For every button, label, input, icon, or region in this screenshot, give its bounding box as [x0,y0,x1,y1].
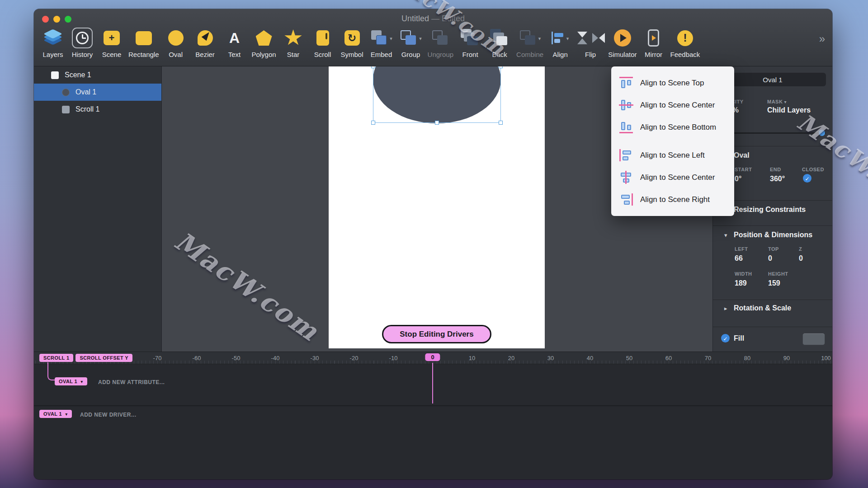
oval-driver-badge[interactable]: OVAL 1 [39,410,72,418]
tool-label: Group [401,51,420,58]
tool-align[interactable]: Align [547,26,573,58]
menu-item-align-scene-bottom[interactable]: Align to Scene Bottom [611,116,734,138]
fill-checkbox[interactable] [721,334,730,343]
align-bottom-icon [619,121,633,133]
oval-thumbnail-icon [62,89,70,96]
chevron-down-icon[interactable] [724,232,727,239]
ruler-tick: -30 [311,355,319,361]
selection-box [373,66,501,123]
layer-row-scene[interactable]: Scene 1 [34,66,161,84]
tool-label: Combine [516,51,543,58]
tool-mirror[interactable]: Mirror [641,26,666,58]
timeline-divider [34,405,832,406]
scroll-offset-badge[interactable]: SCROLL OFFSET Y [75,354,132,362]
tool-feedback[interactable]: Feedback [670,26,700,58]
left-label: LEFT [735,246,748,252]
align-top-icon [619,77,633,89]
mask-value[interactable]: Child Layers [767,106,811,114]
chevron-down-icon [783,99,787,104]
height-label: HEIGHT [768,271,788,277]
timeline-ruler[interactable]: -70-60-50-40-30-20-100102030405060708090… [34,352,832,364]
stop-editing-drivers-button[interactable]: Stop Editing Drivers [382,325,491,343]
tool-embed[interactable]: Embed [369,26,394,58]
add-new-attribute-button[interactable]: ADD NEW ATTRIBUTE... [98,379,165,385]
tool-oval[interactable]: Oval [163,26,189,58]
tool-label: Symbol [341,51,363,58]
position-dimensions-header[interactable]: Position & Dimensions [734,231,812,239]
tool-simulator[interactable]: Simulator [608,26,637,58]
menu-item-label: Align to Scene Left [640,151,705,160]
rotation-scale-header[interactable]: Rotation & Scale [734,304,791,312]
tool-back[interactable]: Back [487,26,512,58]
layer-row-oval[interactable]: Oval 1 [34,84,161,101]
width-value[interactable]: 189 [735,279,747,287]
layer-name-field[interactable]: Oval 1 [719,73,826,86]
playhead-badge[interactable]: 0 [425,353,440,361]
selection-handle[interactable] [371,66,375,68]
tool-group[interactable]: Group [398,26,424,58]
opacity-slider[interactable] [719,132,826,134]
layer-row-scroll[interactable]: Scroll 1 [34,101,161,118]
selection-handle[interactable] [435,121,439,125]
menu-item-align-scene-right[interactable]: Align to Scene Right [611,188,734,211]
layer-label: Scroll 1 [75,105,99,113]
add-new-driver-button[interactable]: ADD NEW DRIVER... [80,412,137,418]
tool-polygon[interactable]: Polygon [251,26,277,58]
tool-text[interactable]: Text [222,26,247,58]
left-value[interactable]: 66 [735,254,743,263]
end-label: END [770,167,781,172]
chevron-right-icon[interactable] [724,305,727,312]
tool-star[interactable]: Star [281,26,306,58]
tool-label: Back [492,51,507,58]
tool-label: Feedback [670,51,700,58]
layer-label: Oval 1 [75,88,96,96]
fill-color-swatch[interactable] [802,333,825,345]
selection-handle[interactable] [499,66,503,68]
tool-scene[interactable]: Scene [99,26,124,58]
menu-item-align-scene-top[interactable]: Align to Scene Top [611,72,734,94]
closed-checkbox[interactable] [803,174,811,183]
menu-item-label: Align to Scene Bottom [640,123,716,132]
ruler-tick: -70 [153,355,162,361]
height-value[interactable]: 159 [768,279,780,287]
ruler-tick: 10 [469,355,475,361]
tool-label: Layers [42,51,63,58]
tool-bezier[interactable]: Bezier [193,26,218,58]
oval-section-header[interactable]: Oval [734,151,750,160]
playhead-line[interactable] [432,363,433,404]
menu-item-label: Align to Scene Top [640,79,704,88]
selection-handle[interactable] [499,121,503,125]
end-value[interactable]: 360° [770,175,785,183]
tool-combine: Combine [516,26,543,58]
slider-knob[interactable] [819,130,825,136]
track-connector-line [47,362,55,380]
top-value[interactable]: 0 [768,254,772,263]
chevron-down-icon [64,411,67,417]
tool-layers[interactable]: Layers [40,26,66,58]
tool-symbol[interactable]: Symbol [340,26,365,58]
bezier-pen-icon [198,26,213,50]
tool-history[interactable]: History [70,26,95,58]
tool-label: Ungroup [428,51,454,58]
tool-scroll[interactable]: Scroll [310,26,335,58]
timeline-panel: -70-60-50-40-30-20-100102030405060708090… [34,352,832,479]
tool-front[interactable]: Front [458,26,483,58]
start-value[interactable]: 0° [735,175,741,183]
menu-item-align-scene-vcenter[interactable]: Align to Scene Center [611,94,734,116]
chevron-down-icon [419,34,422,42]
scroll-icon [316,26,329,50]
toolbar-overflow-chevron[interactable] [819,33,825,45]
scroll-track-badge[interactable]: SCROLL 1 [39,354,73,362]
resizing-constraints-header[interactable]: Resizing Constraints [734,206,806,214]
oval-attribute-badge[interactable]: OVAL 1 [55,377,87,385]
ruler-tick: 90 [783,355,790,361]
tool-label: Oval [169,51,183,58]
selection-handle[interactable] [371,121,375,125]
mask-label: MASK [767,99,787,104]
z-value[interactable]: 0 [799,254,803,263]
menu-item-align-scene-left[interactable]: Align to Scene Left [611,144,734,166]
menu-item-align-scene-hcenter[interactable]: Align to Scene Center [611,166,734,188]
tool-flip[interactable]: Flip [577,26,604,58]
tool-label: History [72,51,93,58]
tool-rectangle[interactable]: Rectangle [128,26,159,58]
